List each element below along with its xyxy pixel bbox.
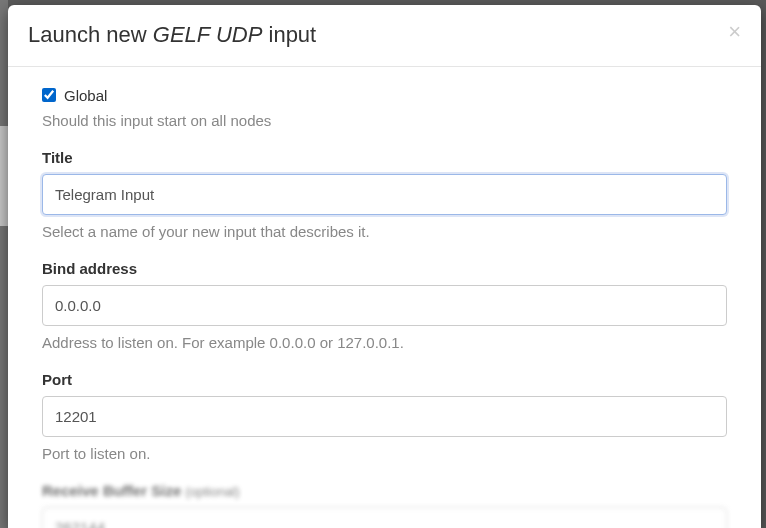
global-label: Global <box>64 87 107 104</box>
title-field-group: Title Select a name of your new input th… <box>42 149 727 242</box>
bind-address-field-group: Bind address Address to listen on. For e… <box>42 260 727 353</box>
title-help: Select a name of your new input that des… <box>42 221 727 242</box>
global-checkbox[interactable] <box>42 88 56 102</box>
title-suffix: input <box>262 22 316 47</box>
modal-body: Global Should this input start on all no… <box>8 67 761 528</box>
recv-buffer-optional: (optional) <box>185 484 239 499</box>
port-label: Port <box>42 371 727 388</box>
title-label: Title <box>42 149 727 166</box>
title-emphasis: GELF UDP <box>153 22 263 47</box>
global-help: Should this input start on all nodes <box>42 110 727 131</box>
modal-header: Launch new GELF UDP input × <box>8 5 761 67</box>
port-help: Port to listen on. <box>42 443 727 464</box>
port-input[interactable] <box>42 396 727 437</box>
global-field-group: Global Should this input start on all no… <box>42 87 727 131</box>
recv-buffer-field-group: Receive Buffer Size (optional) The size … <box>42 482 727 528</box>
modal-title: Launch new GELF UDP input <box>28 21 316 50</box>
recv-buffer-label: Receive Buffer Size (optional) <box>42 482 727 499</box>
close-icon[interactable]: × <box>728 21 741 43</box>
recv-buffer-label-text: Receive Buffer Size <box>42 482 181 499</box>
launch-input-modal: Launch new GELF UDP input × Global Shoul… <box>8 5 761 528</box>
title-input[interactable] <box>42 174 727 215</box>
port-field-group: Port Port to listen on. <box>42 371 727 464</box>
bind-address-input[interactable] <box>42 285 727 326</box>
title-prefix: Launch new <box>28 22 153 47</box>
bind-address-help: Address to listen on. For example 0.0.0.… <box>42 332 727 353</box>
bind-address-label: Bind address <box>42 260 727 277</box>
recv-buffer-input[interactable] <box>42 507 727 528</box>
